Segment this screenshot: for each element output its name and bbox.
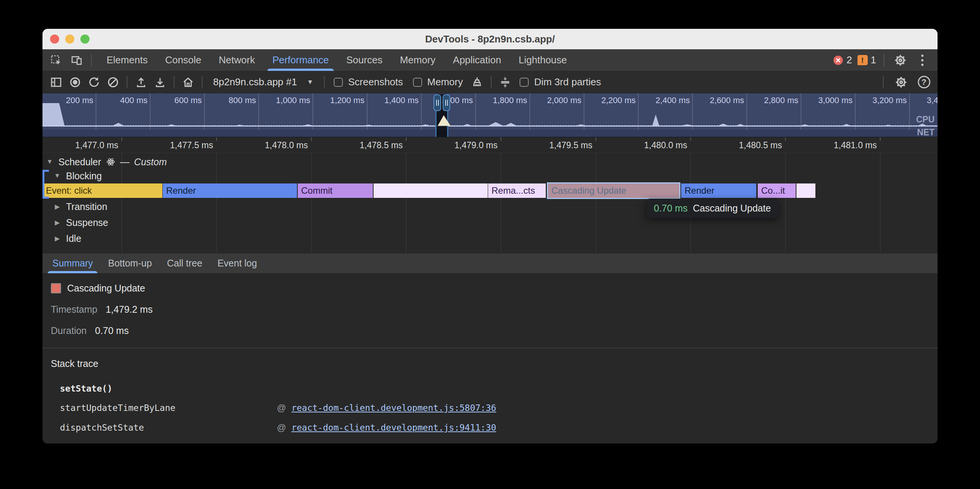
more-options-button[interactable] bbox=[914, 52, 931, 68]
clear-button[interactable] bbox=[105, 74, 121, 90]
tab-sources[interactable]: Sources bbox=[337, 49, 391, 71]
tab-console[interactable]: Console bbox=[156, 49, 210, 71]
capture-settings-button[interactable] bbox=[893, 74, 910, 90]
selection-left-handle[interactable] bbox=[433, 94, 441, 111]
ruler-tick bbox=[785, 137, 786, 141]
flame-bar-render[interactable]: Render bbox=[681, 183, 756, 198]
flame-bar-render[interactable]: Render bbox=[163, 183, 297, 198]
ruler-tick-label: 1,477.5 ms bbox=[170, 140, 213, 151]
help-button[interactable]: ? bbox=[916, 74, 932, 90]
cpu-lane-label: CPU bbox=[916, 114, 934, 125]
screenshots-label: Screenshots bbox=[348, 76, 403, 88]
frame-source-link[interactable]: react-dom-client.development.js:5807:36 bbox=[291, 403, 496, 413]
flame-chart[interactable]: ▼ Scheduler — Custom ▼ Blocking Event: c… bbox=[43, 153, 937, 253]
details-tab-event-log[interactable]: Event log bbox=[210, 253, 264, 273]
record-button[interactable] bbox=[67, 74, 83, 90]
expander-expanded-icon[interactable]: ▼ bbox=[53, 172, 61, 180]
overview-tick-label: 600 ms bbox=[175, 95, 202, 105]
ruler-tick bbox=[690, 137, 691, 141]
save-profile-button[interactable] bbox=[152, 74, 169, 90]
frame-function: dispatchSetState bbox=[60, 423, 277, 432]
selection-right-handle[interactable] bbox=[442, 94, 450, 111]
tab-application[interactable]: Application bbox=[444, 49, 510, 71]
scheduler-track-suffix: Custom bbox=[134, 157, 167, 168]
overview-tick-label: 2,400 ms bbox=[656, 95, 690, 105]
tab-elements[interactable]: Elements bbox=[98, 49, 156, 71]
gear-icon bbox=[894, 54, 907, 67]
tooltip-duration: 0.70 ms bbox=[654, 203, 687, 214]
issues-badge[interactable]: ! 1 bbox=[858, 52, 876, 68]
flame-bar-rema-cts[interactable]: Rema...cts bbox=[488, 183, 546, 198]
toggle-sidebar-button[interactable] bbox=[48, 74, 64, 90]
reload-icon bbox=[88, 76, 100, 88]
flame-gridline bbox=[595, 153, 596, 253]
track-idle[interactable]: ▶ Idle bbox=[43, 232, 81, 245]
ruler-tick bbox=[880, 137, 881, 141]
help-icon: ? bbox=[918, 76, 930, 88]
flame-bar-commit[interactable]: Commit bbox=[298, 183, 373, 198]
track-transition[interactable]: ▶ Transition bbox=[43, 200, 107, 213]
tab-memory[interactable]: Memory bbox=[391, 49, 444, 71]
details-tab-call-tree[interactable]: Call tree bbox=[159, 253, 210, 273]
collapse-tracks-button[interactable] bbox=[497, 74, 514, 90]
track-scheduler[interactable]: ▼ Scheduler — Custom bbox=[43, 156, 167, 168]
flame-bar-segment[interactable] bbox=[796, 183, 815, 198]
expander-collapsed-icon[interactable]: ▶ bbox=[53, 235, 61, 243]
inspect-element-button[interactable] bbox=[48, 52, 64, 68]
tab-performance[interactable]: Performance bbox=[264, 49, 337, 71]
timeline-overview[interactable]: 200 ms400 ms600 ms800 ms1,000 ms1,200 ms… bbox=[43, 93, 937, 137]
separator bbox=[491, 76, 492, 88]
flame-bar-cascading-update[interactable]: Cascading Update bbox=[548, 183, 679, 198]
expander-expanded-icon[interactable]: ▼ bbox=[46, 158, 54, 166]
frame-source-link[interactable]: LikeButton.js:13:13 bbox=[291, 442, 391, 443]
dim-3rd-parties-checkbox[interactable]: Dim 3rd parties bbox=[516, 76, 605, 88]
gear-icon bbox=[895, 76, 908, 89]
flame-bar-event-click[interactable]: Event: click bbox=[43, 183, 162, 198]
overview-tick-label: 200 ms bbox=[66, 95, 93, 105]
collect-garbage-button[interactable] bbox=[469, 74, 485, 90]
react-atom-icon bbox=[106, 157, 116, 167]
ruler-tick-label: 1,480.0 ms bbox=[644, 140, 687, 151]
separator bbox=[883, 76, 884, 88]
settings-button[interactable] bbox=[892, 52, 909, 68]
overview-tick-label: 3,400 ms bbox=[927, 95, 938, 105]
details-tab-summary[interactable]: Summary bbox=[45, 253, 100, 273]
target-selector[interactable]: 8p2n9n.csb.app #1 ▼ bbox=[208, 76, 318, 88]
overview-tick-label: 2,600 ms bbox=[710, 95, 745, 105]
ruler-tick bbox=[121, 137, 122, 141]
separator bbox=[324, 76, 325, 88]
reload-record-button[interactable] bbox=[86, 74, 102, 90]
frame-source-link[interactable]: react-dom-client.development.js:9411:30 bbox=[291, 423, 496, 432]
info-row-timestamp: Timestamp1,479.2 ms bbox=[51, 304, 937, 315]
separator bbox=[174, 76, 175, 88]
stack-frame: (anonymous)@LikeButton.js:13:13 bbox=[60, 442, 937, 443]
suspense-track-label: Suspense bbox=[66, 217, 108, 228]
load-profile-button[interactable] bbox=[133, 74, 150, 90]
expander-collapsed-icon[interactable]: ▶ bbox=[53, 219, 61, 227]
ruler-tick-label: 1,479.5 ms bbox=[549, 140, 592, 151]
ruler-tick-label: 1,480.5 ms bbox=[739, 140, 782, 151]
expander-collapsed-icon[interactable]: ▶ bbox=[53, 203, 61, 211]
live-metrics-button[interactable] bbox=[180, 74, 196, 90]
memory-checkbox[interactable]: Memory bbox=[409, 76, 467, 88]
tab-lighthouse[interactable]: Lighthouse bbox=[510, 49, 576, 71]
issue-icon: ! bbox=[858, 55, 868, 65]
tooltip-label: Cascading Update bbox=[693, 203, 771, 214]
tab-network[interactable]: Network bbox=[210, 49, 264, 71]
device-toolbar-button[interactable] bbox=[68, 52, 85, 68]
error-count: 2 bbox=[846, 54, 852, 66]
overview-tick-label: 3,200 ms bbox=[873, 95, 907, 105]
screenshots-checkbox[interactable]: Screenshots bbox=[330, 76, 407, 88]
ruler-tick-label: 1,477.0 ms bbox=[75, 140, 118, 151]
track-suspense[interactable]: ▶ Suspense bbox=[43, 216, 108, 229]
info-label: Timestamp bbox=[51, 304, 97, 315]
separator bbox=[91, 54, 92, 67]
upload-icon bbox=[135, 76, 147, 88]
flame-bar-co-it[interactable]: Co...it bbox=[758, 183, 796, 198]
flame-gridline bbox=[406, 153, 407, 253]
track-blocking[interactable]: ▼ Blocking bbox=[43, 170, 102, 182]
flame-bar-segment[interactable] bbox=[374, 183, 488, 198]
details-tab-bottom-up[interactable]: Bottom-up bbox=[100, 253, 159, 273]
errors-badge[interactable]: 2 bbox=[833, 52, 852, 68]
overview-tick-label: 800 ms bbox=[229, 95, 256, 105]
